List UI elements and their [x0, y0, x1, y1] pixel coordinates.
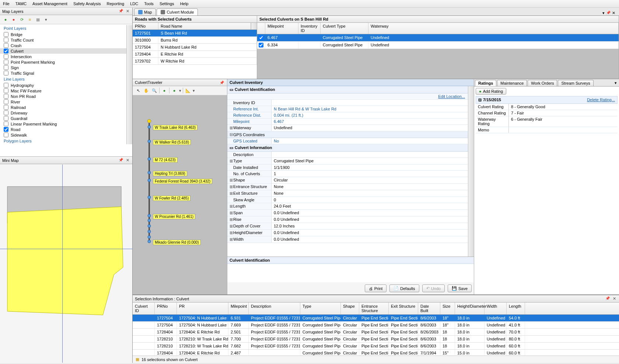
property-value[interactable]: 12.0 Inches	[272, 223, 468, 229]
property-row[interactable]: GPS LocatedNo	[227, 138, 468, 144]
property-value[interactable]	[272, 100, 468, 106]
zoom-icon[interactable]: 🔍	[151, 87, 158, 94]
road-label[interactable]: W Walker Rd (5.618)	[153, 139, 191, 145]
col-header[interactable]: PR	[177, 303, 228, 314]
property-value[interactable]: 0.0 Undefined	[272, 210, 468, 216]
expand-icon[interactable]: ⊞	[229, 178, 233, 183]
col-header[interactable]: Date Built	[418, 303, 440, 314]
layer-guardrail[interactable]: Guardrail	[0, 116, 126, 121]
layer-checkbox[interactable]	[4, 60, 8, 64]
layer-railroad[interactable]: Railroad	[0, 105, 126, 110]
menu-safety-analysis[interactable]: Safety Analysis	[73, 1, 101, 6]
tab-maintenance[interactable]: Maintenance	[497, 80, 527, 86]
selection-row[interactable]: 17284041728404: E Ritchie Rd2.501Project…	[133, 329, 619, 336]
layer-driveway[interactable]: Driveway	[0, 110, 126, 116]
property-value[interactable]: 6.467	[272, 119, 468, 124]
road-row[interactable]: 1728404E Ritchie Rd	[133, 51, 257, 58]
layer-sidewalk[interactable]: Sidewalk	[0, 132, 126, 138]
col-prno[interactable]: PRNo	[133, 23, 158, 29]
rating-row[interactable]: Memo	[476, 127, 618, 133]
layer-intersection[interactable]: Intersection	[0, 54, 126, 59]
dropdown-icon[interactable]: ▾	[193, 88, 195, 93]
col-culvert-type[interactable]: Culvert Type	[321, 23, 368, 34]
menu-ldc[interactable]: LDC	[130, 1, 138, 6]
rating-row[interactable]: Waterway Rating6 - Generally Fair	[476, 116, 618, 127]
close-icon[interactable]: ✕	[125, 9, 130, 14]
culvert-row[interactable]: 6.334Corrugated Steel PipeUndefined	[257, 42, 619, 49]
layer-river[interactable]: River	[0, 99, 126, 105]
table-icon[interactable]: ▦	[35, 16, 41, 23]
add-icon[interactable]: ●	[171, 87, 178, 94]
layer-linear-pavement-marking[interactable]: Linear Pavement Marking	[0, 121, 126, 127]
tab-ratings[interactable]: Ratings	[475, 80, 496, 86]
selection-row[interactable]: 17275041727504: N Hubbard Lake Rd7.669Pr…	[133, 322, 619, 329]
menu-help[interactable]: Help	[180, 1, 189, 6]
property-value[interactable]: Undefined	[272, 125, 468, 131]
close-icon[interactable]: ✕	[125, 158, 130, 163]
property-row[interactable]: ⊞Width0.0 Undefined	[227, 236, 468, 243]
property-value[interactable]: 24.0 Feet	[272, 203, 468, 209]
rating-row[interactable]: Culvert Rating8 - Generally Good	[476, 104, 618, 110]
road-row[interactable]: 3010800Burns Rd	[133, 37, 257, 44]
layer-traffic-signal[interactable]: Traffic Signal	[0, 70, 126, 76]
menu-tamc[interactable]: TAMC	[15, 1, 27, 6]
road-row[interactable]: 1727504N Hubbard Lake Rd	[133, 44, 257, 51]
road-label[interactable]: W Procunier Rd (1.461)	[153, 214, 195, 219]
layer-bridge[interactable]: Bridge	[0, 32, 126, 37]
expand-icon[interactable]: ⊞	[229, 126, 233, 130]
menu-settings[interactable]: Settings	[160, 1, 174, 6]
col-header[interactable]: Exit Structure	[389, 303, 418, 314]
layer-misc-fw-feature[interactable]: Misc FW Feature	[0, 88, 126, 93]
layer-road[interactable]: Road	[0, 127, 126, 132]
cell-check[interactable]	[257, 42, 265, 49]
pin-icon[interactable]: 📌	[219, 81, 225, 85]
add-icon[interactable]: ●	[2, 16, 9, 23]
tab-culvert-module[interactable]: Culvert Module	[157, 8, 198, 15]
road-label[interactable]: Hepting Trl (3.869)	[153, 171, 187, 176]
layer-sign[interactable]: Sign	[0, 65, 126, 70]
undo-button[interactable]: ↶Undo	[422, 285, 445, 292]
culvert-row[interactable]: 6.467Corrugated Steel PipeUndefined	[257, 34, 619, 42]
defaults-button[interactable]: 📄Defaults	[389, 285, 419, 292]
pin-icon[interactable]: 📌	[605, 296, 611, 301]
property-row[interactable]: ⊞Entrance StructureNone	[227, 184, 468, 190]
col-header[interactable]: Shape	[341, 303, 359, 314]
menu-bar[interactable]: FileTAMCAsset ManagementSafety AnalysisR…	[0, 0, 619, 8]
property-row[interactable]: ⊞ShapeCircular	[227, 177, 468, 184]
selection-row[interactable]: 17275041727504: N Hubbard Lake Rd6.931Pr…	[133, 315, 619, 322]
measure-icon[interactable]: 📐	[185, 87, 191, 94]
road-label[interactable]: Mikado Glennie Rd (0.000)	[153, 240, 201, 245]
pan-icon[interactable]: ✋	[143, 87, 150, 94]
road-label[interactable]: W Trask Lake Rd (6.463)	[153, 125, 197, 130]
gps-coordinates-group[interactable]: ⊟GPS Coordinates	[227, 131, 468, 138]
save-button[interactable]: 💾Save	[448, 285, 472, 292]
layer-checkbox[interactable]	[4, 99, 8, 104]
property-value[interactable]: None	[272, 184, 468, 190]
rating-row[interactable]: Channel Rating7 - Fair	[476, 110, 618, 116]
property-row[interactable]: Milepoint6.467	[227, 119, 468, 125]
globe-icon[interactable]: ●	[161, 87, 168, 94]
tab-map[interactable]: Map	[134, 8, 156, 15]
property-row[interactable]: ⊞WaterwayUndefined	[227, 125, 468, 131]
overflow-icon[interactable]: ▾	[613, 80, 618, 86]
collapse-icon[interactable]: ⊟	[229, 132, 233, 137]
layer-checkbox[interactable]	[4, 49, 8, 53]
property-value[interactable]: No	[272, 138, 468, 144]
scrollbar[interactable]	[251, 23, 257, 29]
expand-icon[interactable]: ⊞	[229, 211, 233, 215]
property-row[interactable]: ⊞TypeCorrugated Steel Pipe	[227, 158, 468, 165]
selection-row[interactable]: 17282101728210: W Trask Lake Rd7.682Proj…	[133, 343, 619, 350]
selection-row[interactable]: 17282101728210: W Trask Lake Rd7.700Proj…	[133, 336, 619, 343]
edit-location-link[interactable]: Edit Location...	[438, 94, 465, 99]
expand-icon[interactable]: ⊞	[229, 237, 233, 242]
rating-value[interactable]: 7 - Fair	[509, 110, 618, 116]
property-row[interactable]: Reference Int.N Bean Hill Rd & W Trask L…	[227, 106, 468, 112]
dropdown-icon[interactable]: ▾	[602, 11, 605, 15]
traveler-canvas[interactable]: W Trask Lake Rd (6.463)W Walker Rd (5.61…	[133, 95, 227, 294]
property-value[interactable]	[272, 152, 468, 158]
col-header[interactable]: Description	[249, 303, 300, 314]
property-value[interactable]: 1	[272, 171, 468, 177]
refresh-icon[interactable]: ⟳	[18, 16, 25, 23]
col-header[interactable]: Type	[300, 303, 341, 314]
menu-file[interactable]: File	[3, 1, 10, 6]
